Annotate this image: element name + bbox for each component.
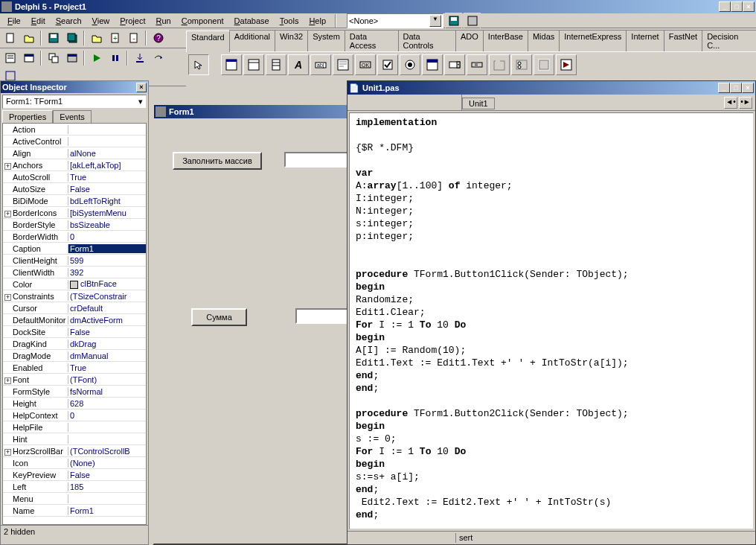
prop-value[interactable]: True [68, 173, 146, 182]
groupbox-icon[interactable] [489, 54, 510, 75]
prop-row[interactable]: HelpContext0 [3, 409, 146, 421]
prop-row[interactable]: Icon(None) [3, 457, 146, 469]
desktop-combo[interactable]: <None> ▼ [347, 13, 443, 28]
expand-icon[interactable]: + [4, 377, 11, 384]
tab-properties[interactable]: Properties [2, 110, 53, 123]
menu-tools[interactable]: Tools [275, 15, 304, 27]
code-minimize-button[interactable]: _ [718, 83, 730, 93]
prop-value[interactable]: False [68, 185, 146, 194]
prop-value[interactable]: bsSizeable [68, 220, 146, 229]
prop-row[interactable]: DragModedmManual [3, 350, 146, 362]
menu-component[interactable]: Component [177, 15, 228, 27]
prop-row[interactable]: +Anchors[akLeft,akTop] [3, 159, 146, 171]
tab-events[interactable]: Events [53, 110, 92, 123]
view-unit-icon[interactable] [1, 50, 19, 66]
prop-value[interactable]: fsNormal [68, 387, 146, 396]
palette-tab-internetexpress[interactable]: InternetExpress [559, 30, 627, 51]
prop-row[interactable]: BorderStylebsSizeable [3, 219, 146, 231]
button1[interactable]: Заполнить массив [173, 152, 262, 170]
prop-value[interactable]: False [68, 471, 146, 479]
prop-row[interactable]: EnabledTrue [3, 362, 146, 374]
prop-value[interactable]: dkDrag [68, 340, 146, 348]
prop-value[interactable]: 0 [68, 411, 146, 420]
expand-icon[interactable]: + [4, 211, 11, 217]
menu-help[interactable]: Help [304, 15, 330, 27]
nav-back-icon[interactable]: ◄• [724, 97, 737, 109]
save-icon[interactable] [45, 30, 62, 46]
prop-row[interactable]: FormStylefsNormal [3, 386, 146, 398]
palette-tab-ado[interactable]: ADO [455, 30, 484, 51]
prop-row[interactable]: AutoScrollTrue [3, 171, 146, 183]
run-icon[interactable] [88, 50, 105, 66]
prop-row[interactable]: Height628 [3, 398, 146, 409]
prop-row[interactable]: CursorcrDefault [3, 302, 146, 314]
prop-value[interactable]: [akLeft,akTop] [68, 161, 146, 170]
help-icon[interactable]: ? [150, 30, 167, 46]
scrollbar-icon[interactable] [467, 54, 487, 75]
checkbox-icon[interactable] [377, 54, 398, 75]
inspector-object-combo[interactable]: Form1: TForm1 ▾ [2, 95, 147, 109]
menu-edit[interactable]: Edit [27, 15, 50, 27]
prop-row[interactable]: DockSiteFalse [3, 326, 146, 338]
prop-row[interactable]: Left185 [3, 481, 146, 493]
memo-icon[interactable] [333, 54, 353, 75]
prop-row[interactable]: AutoSizeFalse [3, 183, 146, 195]
prop-value[interactable]: 392 [68, 268, 146, 277]
prop-row[interactable]: +Font(TFont) [3, 374, 146, 386]
prop-value[interactable]: (TFont) [68, 375, 146, 384]
new-icon[interactable] [1, 30, 19, 46]
remove-file-icon[interactable]: - [125, 30, 142, 46]
radiogroup-icon[interactable] [511, 54, 532, 75]
frames-icon[interactable] [221, 54, 242, 75]
prop-value[interactable]: alNone [68, 149, 146, 158]
palette-tab-system[interactable]: System [307, 30, 345, 51]
open-project-icon[interactable] [88, 30, 105, 46]
prop-value[interactable]: Form1 [68, 506, 146, 515]
prop-value[interactable]: crDefault [68, 304, 146, 313]
prop-value[interactable]: True [68, 363, 146, 372]
inspector-close-button[interactable]: × [136, 83, 147, 92]
mainmenu-icon[interactable] [243, 54, 264, 75]
palette-tab-datacontrols[interactable]: Data Controls [398, 30, 457, 51]
menu-run[interactable]: Run [152, 15, 176, 27]
maximize-button[interactable]: □ [731, 1, 743, 12]
prop-value[interactable]: 599 [68, 256, 146, 265]
prop-value[interactable]: clBtnFace [68, 279, 146, 289]
prop-row[interactable]: KeyPreviewFalse [3, 469, 146, 481]
save-all-icon[interactable] [63, 30, 80, 46]
prop-value[interactable]: dmManual [68, 351, 146, 360]
menu-view[interactable]: View [88, 15, 115, 27]
listbox-icon[interactable] [422, 54, 443, 75]
prop-value[interactable]: bdLeftToRight [68, 197, 146, 205]
arrow-icon[interactable] [188, 54, 209, 75]
prop-value[interactable]: False [68, 328, 146, 337]
prop-value[interactable]: Form1 [68, 244, 146, 253]
prop-row[interactable]: +Constraints(TSizeConstrair [3, 290, 146, 302]
combobox-icon[interactable] [444, 54, 465, 75]
palette-tab-additional[interactable]: Additional [229, 30, 275, 51]
prop-value[interactable]: dmActiveForm [68, 316, 146, 325]
popupmenu-icon[interactable] [266, 54, 286, 75]
new-form-icon[interactable] [63, 50, 80, 66]
code-maximize-button[interactable]: □ [730, 83, 742, 93]
set-debug-desktop-icon[interactable] [464, 13, 481, 29]
prop-row[interactable]: Hint [3, 433, 146, 445]
button2[interactable]: Сумма [191, 308, 247, 326]
prop-row[interactable]: HelpFile [3, 421, 146, 433]
prop-row[interactable]: +HorzScrollBar(TControlScrollB [3, 445, 146, 457]
prop-value[interactable]: [biSystemMenu [68, 208, 146, 217]
button-icon[interactable]: OK [355, 54, 376, 75]
toggle-form-unit-icon[interactable] [45, 50, 62, 66]
radiobutton-icon[interactable] [400, 54, 420, 75]
prop-row[interactable]: +BorderIcons[biSystemMenu [3, 207, 146, 219]
expand-icon[interactable]: + [4, 449, 11, 456]
expand-icon[interactable]: + [4, 294, 11, 301]
prop-row[interactable]: Menu [3, 493, 146, 505]
code-close-button[interactable]: × [742, 83, 754, 93]
menu-search[interactable]: Search [51, 15, 86, 27]
panel-icon[interactable] [534, 54, 554, 75]
expand-icon[interactable]: + [4, 163, 11, 170]
nav-forward-icon[interactable]: •► [739, 97, 752, 109]
prop-row[interactable]: ActiveControl [3, 136, 146, 147]
prop-value[interactable]: (TSizeConstrair [68, 292, 146, 301]
